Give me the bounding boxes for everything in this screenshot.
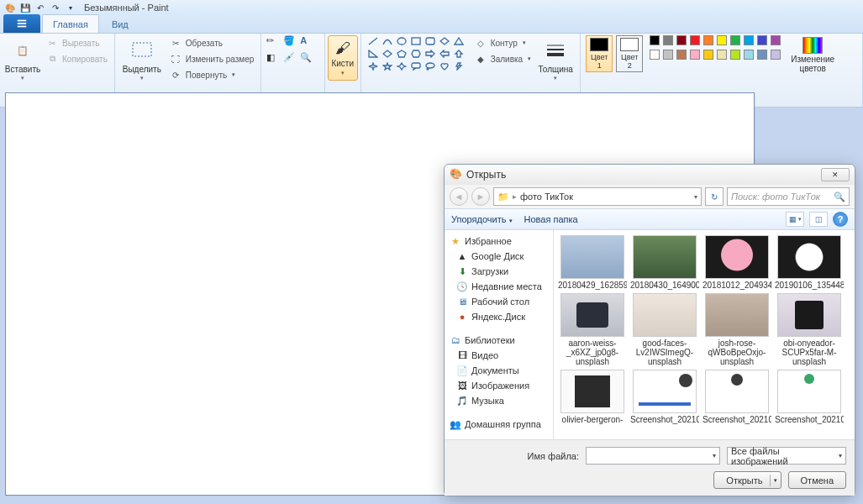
palette-swatch[interactable]	[663, 35, 673, 45]
tree-yadisk[interactable]: ●Яндекс.Диск	[446, 309, 551, 324]
shape-heart[interactable]	[438, 60, 451, 72]
shape-callout2[interactable]	[424, 60, 437, 72]
palette-swatch[interactable]	[676, 50, 687, 60]
file-item[interactable]: josh-rose-qWBoBpeOxjo-unsplash	[702, 293, 772, 366]
file-item[interactable]: good-faces-Lv2IWSImegQ-unsplash	[629, 293, 700, 366]
palette-swatch[interactable]	[676, 35, 687, 45]
shape-polygon[interactable]	[438, 35, 451, 47]
select-button[interactable]: Выделить ▾	[120, 35, 164, 83]
shape-arrow-u[interactable]	[452, 48, 466, 60]
shape-star5[interactable]	[381, 60, 394, 72]
tree-pictures[interactable]: 🖼Изображения	[446, 378, 551, 393]
eraser-tool[interactable]: ◧	[266, 52, 282, 67]
shape-hexagon[interactable]	[409, 48, 423, 60]
tree-music[interactable]: 🎵Музыка	[446, 393, 551, 408]
palette-swatch[interactable]	[744, 35, 754, 45]
palette-swatch[interactable]	[771, 50, 781, 60]
tree-downloads[interactable]: ⬇Загрузки	[446, 264, 551, 279]
resize-button[interactable]: ⛶Изменить размер	[167, 51, 255, 66]
nav-forward-button[interactable]: ►	[471, 187, 490, 206]
cut-button[interactable]: ✂Вырезать	[44, 35, 109, 50]
cancel-button[interactable]: Отмена	[788, 471, 846, 489]
zoom-tool[interactable]: 🔍	[300, 52, 315, 67]
file-item[interactable]: olivier-bergeron-	[557, 370, 628, 424]
dialog-close-button[interactable]: ✕	[821, 168, 850, 181]
palette-swatch[interactable]	[717, 50, 727, 60]
palette-swatch[interactable]	[757, 35, 767, 45]
color1-button[interactable]: Цвет 1	[586, 35, 613, 72]
palette-swatch[interactable]	[663, 50, 673, 60]
file-item[interactable]: Screenshot_20210	[702, 370, 772, 424]
file-list[interactable]: 20180429_16285920180430_16490020181012_2…	[554, 230, 855, 439]
file-item[interactable]: 20190106_135448	[774, 235, 845, 290]
redo-icon[interactable]: ↷	[49, 1, 62, 14]
tree-desktop[interactable]: 🖥Рабочий стол	[446, 294, 551, 309]
shape-rtriangle[interactable]	[366, 48, 380, 60]
tab-home[interactable]: Главная	[42, 14, 99, 33]
nav-back-button[interactable]: ◄	[450, 187, 468, 206]
tree-documents[interactable]: 📄Документы	[446, 363, 551, 378]
undo-icon[interactable]: ↶	[34, 1, 47, 14]
search-input[interactable]: Поиск: фото ТикТок 🔍	[727, 187, 850, 206]
help-button[interactable]: ?	[833, 212, 848, 227]
tab-view[interactable]: Вид	[101, 14, 139, 33]
tree-libraries[interactable]: 🗂Библиотеки	[446, 333, 551, 348]
picker-tool[interactable]: 💉	[283, 52, 298, 67]
thickness-button[interactable]: Толщина ▾	[536, 35, 575, 83]
file-item[interactable]: Screenshot_20210	[629, 370, 700, 424]
new-folder-button[interactable]: Новая папка	[524, 214, 578, 224]
outline-button[interactable]: ◇Контур▾	[472, 35, 534, 50]
copy-button[interactable]: ⧉Копировать	[44, 51, 109, 66]
color2-button[interactable]: Цвет 2	[616, 35, 643, 72]
crop-button[interactable]: ✂Обрезать	[167, 35, 255, 50]
palette-swatch[interactable]	[650, 35, 660, 45]
shape-triangle[interactable]	[452, 35, 466, 47]
shapes-gallery[interactable]	[366, 35, 466, 72]
file-item[interactable]: 20181012_204934	[702, 235, 772, 290]
file-item[interactable]: aaron-weiss-_x6XZ_jp0g8-unsplash	[557, 293, 628, 366]
tree-gdrive[interactable]: ▲Google Диск	[446, 249, 551, 264]
shape-pentagon[interactable]	[395, 48, 408, 60]
shape-callout1[interactable]	[409, 60, 423, 72]
shape-oval[interactable]	[395, 35, 408, 47]
palette-swatch[interactable]	[757, 50, 767, 60]
qat-dropdown-icon[interactable]: ▾	[64, 1, 77, 14]
shape-rect[interactable]	[409, 35, 423, 47]
palette-swatch[interactable]	[744, 50, 754, 60]
palette-swatch[interactable]	[690, 50, 700, 60]
filename-input[interactable]: ▾	[586, 447, 720, 465]
palette-swatch[interactable]	[703, 50, 713, 60]
filetype-combo[interactable]: Все файлы изображений▾	[727, 447, 846, 465]
open-button[interactable]: Открыть▾	[713, 471, 781, 489]
paste-button[interactable]: 📋 Вставить ▾	[5, 35, 40, 83]
organize-button[interactable]: Упорядочить ▾	[451, 214, 513, 224]
brushes-button[interactable]: 🖌 Кисти ▾	[328, 35, 358, 81]
shape-lightning[interactable]	[452, 60, 466, 72]
file-item[interactable]: 20180430_164900	[629, 235, 700, 290]
tree-homegroup[interactable]: 👥Домашняя группа	[446, 417, 551, 432]
address-bar[interactable]: 📁 ▸ фото ТикТок ▾	[493, 187, 702, 206]
view-mode-button[interactable]: ▦ ▾	[786, 212, 804, 227]
chevron-down-icon[interactable]: ▾	[694, 193, 697, 201]
shape-line[interactable]	[366, 35, 380, 47]
save-icon[interactable]: 💾	[18, 1, 32, 14]
fill-tool[interactable]: 🪣	[283, 35, 298, 50]
palette-swatch[interactable]	[771, 35, 781, 45]
palette-swatch[interactable]	[690, 35, 700, 45]
tree-favorites[interactable]: ★Избранное	[446, 234, 551, 249]
shape-arrow-r[interactable]	[424, 48, 437, 60]
palette-swatch[interactable]	[717, 35, 727, 45]
text-tool[interactable]: A	[300, 35, 315, 50]
shape-curve[interactable]	[381, 35, 394, 47]
fill-button[interactable]: ◆Заливка▾	[472, 51, 534, 66]
refresh-button[interactable]: ↻	[705, 187, 724, 206]
palette-swatch[interactable]	[730, 35, 740, 45]
file-item[interactable]: 20180429_162859	[557, 235, 628, 290]
palette-swatch[interactable]	[703, 35, 713, 45]
palette-swatch[interactable]	[650, 50, 660, 60]
shape-star4[interactable]	[366, 60, 380, 72]
shape-star6[interactable]	[395, 60, 408, 72]
tree-videos[interactable]: 🎞Видео	[446, 348, 551, 363]
shape-diamond[interactable]	[381, 48, 394, 60]
file-item[interactable]: Screenshot_20210	[774, 370, 845, 424]
